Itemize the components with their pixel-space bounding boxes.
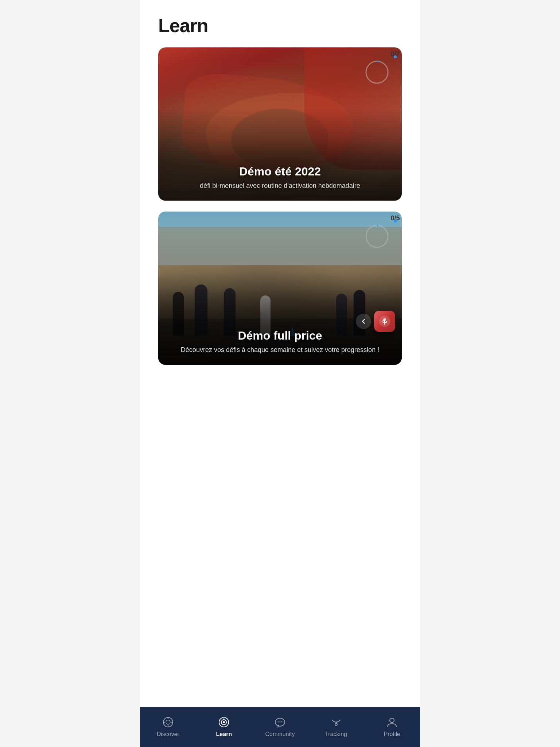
- card-1-progress-ring: [364, 59, 390, 85]
- nav-item-learn[interactable]: Learn: [196, 711, 252, 743]
- learn-icon: [218, 716, 230, 728]
- cards-container: 0/7 Démo été 2022 défi bi-mensuel avec r…: [140, 47, 420, 365]
- nav-item-community[interactable]: Community: [252, 711, 308, 743]
- svg-point-22: [390, 718, 394, 723]
- card-2-back-button[interactable]: [356, 314, 371, 329]
- card-2-progress-ring: [364, 223, 390, 249]
- card-1-subtitle: défi bi-mensuel avec routine d'activatio…: [169, 182, 391, 190]
- svg-point-17: [277, 721, 279, 723]
- card-2-logo-button[interactable]: [374, 311, 395, 332]
- card-1-content: Démo été 2022 défi bi-mensuel avec routi…: [158, 154, 402, 201]
- svg-point-14: [223, 721, 225, 723]
- profile-icon: [386, 716, 398, 728]
- card-2-subtitle: Découvrez vos défis à chaque semaine et …: [169, 346, 391, 354]
- card-1-title: Démo été 2022: [169, 165, 391, 178]
- card-1-progress-dot: [394, 55, 397, 58]
- app-logo-icon: [378, 315, 391, 328]
- card-demo-full-price[interactable]: 0/5: [158, 212, 402, 365]
- community-icon: [274, 716, 286, 728]
- page-container: Learn: [140, 0, 420, 747]
- bottom-navigation: Discover Learn Community: [140, 707, 420, 747]
- svg-point-7: [166, 720, 170, 724]
- nav-discover-label: Discover: [157, 731, 179, 738]
- nav-learn-label: Learn: [216, 731, 232, 738]
- card-2-floating-controls: [356, 311, 395, 332]
- svg-point-2: [366, 225, 388, 247]
- tracking-icon: [330, 716, 342, 728]
- svg-point-0: [366, 61, 388, 83]
- discover-icon: [162, 716, 174, 728]
- svg-point-15: [223, 717, 225, 719]
- svg-point-18: [279, 721, 280, 723]
- nav-profile-label: Profile: [384, 731, 400, 738]
- svg-point-20: [335, 723, 337, 725]
- nav-tracking-label: Tracking: [325, 731, 347, 738]
- page-title: Learn: [158, 15, 402, 36]
- card-2-progress-dot: [394, 220, 397, 222]
- page-header: Learn: [140, 0, 420, 47]
- card-demo-ete-2022[interactable]: 0/7 Démo été 2022 défi bi-mensuel avec r…: [158, 47, 402, 201]
- nav-community-label: Community: [265, 731, 295, 738]
- svg-point-19: [281, 721, 282, 723]
- nav-item-tracking[interactable]: Tracking: [308, 711, 364, 743]
- nav-item-profile[interactable]: Profile: [364, 711, 420, 743]
- nav-item-discover[interactable]: Discover: [140, 711, 196, 743]
- chevron-left-icon: [359, 317, 368, 325]
